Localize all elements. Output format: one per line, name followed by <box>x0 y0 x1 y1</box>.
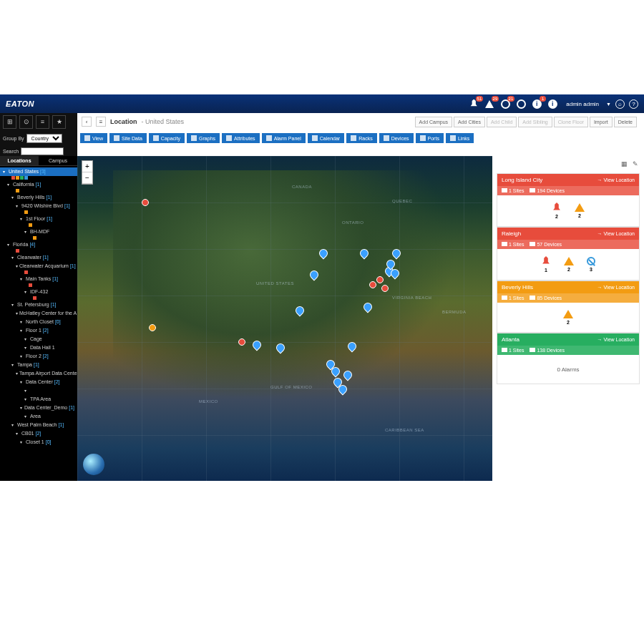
tab-locations[interactable]: Locations <box>0 156 39 165</box>
zoom-out-button[interactable]: − <box>82 172 92 184</box>
tree-item[interactable]: ▾Tampa Airport Data Cente <box>0 369 77 378</box>
tree-item[interactable]: ▾North Closet [0] <box>0 318 77 326</box>
toolbar-capacity[interactable]: Capacity <box>149 133 185 143</box>
toolbar-ports[interactable]: Ports <box>416 133 444 143</box>
list-icon[interactable]: ≡ <box>36 115 49 129</box>
notification-info[interactable]: i1 <box>530 97 543 110</box>
star-icon[interactable]: ★ <box>52 115 66 129</box>
tree-item[interactable]: ▾BH-MDF <box>0 228 77 236</box>
map-pin[interactable] <box>142 199 149 206</box>
grid-icon[interactable]: ⊞ <box>3 115 16 129</box>
tree-item[interactable]: ▾Data Hall 1 <box>0 343 77 352</box>
toolbar-devices[interactable]: Devices <box>379 133 414 143</box>
tree-item[interactable]: ▾Closet 1 [0] <box>0 438 77 447</box>
map-pin[interactable] <box>386 260 394 270</box>
tree-item[interactable]: ▾United States [3] <box>0 167 77 176</box>
map-pin[interactable] <box>310 270 317 280</box>
tree-item[interactable]: ▾CB01 [2] <box>0 429 77 438</box>
help-icon[interactable]: ? <box>629 99 638 109</box>
tree-item[interactable]: ▾Clearwater [1] <box>0 253 77 262</box>
tree-item[interactable]: ▾TPA Area <box>0 395 77 404</box>
tree-item[interactable]: ▾McHatley Center for the A <box>0 309 77 318</box>
action-clone-floor: Clone Floor <box>554 117 588 127</box>
notification-circ[interactable] <box>514 97 527 110</box>
view-location-link[interactable]: → View Location <box>597 285 635 290</box>
tree-item[interactable]: ▾9420 Wilshire Blvd [1] <box>0 202 77 210</box>
groupby-select[interactable]: Country <box>26 134 62 143</box>
globe-icon[interactable] <box>83 454 104 475</box>
tree-item[interactable]: ▾Data Center_Demo [1] <box>0 404 77 412</box>
map-pin[interactable] <box>149 324 156 331</box>
search-icon[interactable]: ⌕ <box>615 99 625 109</box>
tree-item[interactable]: ▾West Palm Beach [1] <box>0 421 77 429</box>
notification-bell[interactable]: 51 <box>467 97 480 110</box>
tree-item[interactable]: ▾Floor 2 [2] <box>0 352 77 361</box>
nav-menu-button[interactable]: ≡ <box>96 117 106 127</box>
toolbar-links[interactable]: Links <box>446 133 474 143</box>
devices-count: 85 Devices <box>530 296 562 301</box>
map-pin[interactable] <box>360 249 367 259</box>
map-pin[interactable] <box>296 306 303 316</box>
devices-count: 57 Devices <box>530 242 562 247</box>
tree-item[interactable]: ▾Tampa [1] <box>0 361 77 369</box>
zoom-in-button[interactable]: + <box>82 161 92 172</box>
tree-item[interactable]: ▾Beverly Hills [1] <box>0 193 77 202</box>
toolbar-racks[interactable]: Racks <box>346 133 376 143</box>
map-pin[interactable] <box>381 285 389 292</box>
sites-count: 1 Sites <box>502 296 524 301</box>
map-view[interactable]: + − CANADAONTARIOQUEBECUnited StatesGulf… <box>77 156 492 481</box>
tree-item[interactable]: ▾Florida [4] <box>0 240 77 249</box>
tree-item[interactable]: ▾1st Floor [1] <box>0 215 77 223</box>
tree-item[interactable]: ▾California [1] <box>0 180 77 189</box>
tree-item[interactable]: ▾Main Tanks [1] <box>0 275 77 283</box>
edit-icon[interactable]: ✎ <box>633 160 640 167</box>
action-delete[interactable]: Delete <box>614 117 637 127</box>
map-pin[interactable] <box>343 371 351 381</box>
map-label: United States <box>256 281 294 286</box>
tree-item[interactable]: ▾Cage <box>0 335 77 343</box>
notification-tri[interactable]: 29 <box>483 97 496 110</box>
map-pin[interactable] <box>391 269 398 279</box>
tree-item[interactable]: ▾St. Petersburg [1] <box>0 301 77 309</box>
globe-icon[interactable]: ⊙ <box>19 115 33 129</box>
alarm-indicator: 2 <box>564 257 574 272</box>
map-pin[interactable] <box>369 281 376 288</box>
tree-item[interactable]: ▾ <box>0 386 77 395</box>
map-pin[interactable] <box>276 343 283 353</box>
notification-info[interactable]: i <box>546 97 559 110</box>
tree-item[interactable]: ▾Clearwater Acquarium [1] <box>0 262 77 270</box>
toolbar-alarm-panel[interactable]: Alarm Panel <box>262 133 306 143</box>
tree-item[interactable]: ▾IDF-432 <box>0 288 77 296</box>
map-pin[interactable] <box>331 367 338 377</box>
action-add-cities[interactable]: Add Cities <box>454 117 485 127</box>
toolbar-site-data[interactable]: Site Data <box>109 133 147 143</box>
alarm-indicator: 3 <box>587 257 595 272</box>
map-pin[interactable] <box>253 341 260 351</box>
map-pin[interactable] <box>392 249 399 259</box>
view-location-link[interactable]: → View Location <box>597 231 635 236</box>
search-input[interactable] <box>21 147 64 155</box>
map-pin[interactable] <box>348 342 355 352</box>
user-menu[interactable]: admin admin <box>566 101 599 107</box>
action-import[interactable]: Import <box>590 117 613 127</box>
map-pin[interactable] <box>319 249 326 259</box>
map-pin[interactable] <box>338 385 346 395</box>
tree-item[interactable]: ▾Data Center [2] <box>0 378 77 386</box>
map-pin[interactable] <box>376 276 384 283</box>
map-pin[interactable] <box>238 338 245 346</box>
view-location-link[interactable]: → View Location <box>597 177 635 182</box>
tab-campus[interactable]: Campus <box>39 156 77 165</box>
nav-back-button[interactable]: ‹ <box>82 117 92 127</box>
toolbar-attributes[interactable]: Attributes <box>222 133 260 143</box>
grid-view-icon[interactable]: ▦ <box>621 160 628 167</box>
toolbar-view[interactable]: View <box>80 133 107 143</box>
toolbar-graphs[interactable]: Graphs <box>187 133 220 143</box>
map-pin[interactable] <box>364 303 371 313</box>
tree-item[interactable]: ▾Floor 1 [2] <box>0 326 77 335</box>
map-label: Virginia Beach <box>392 296 431 300</box>
tree-item[interactable]: ▾Area <box>0 412 77 421</box>
notification-circ[interactable]: 21 <box>499 97 512 110</box>
toolbar-calendar[interactable]: Calendar <box>308 133 344 143</box>
action-add-campus[interactable]: Add Campus <box>415 117 452 127</box>
view-location-link[interactable]: → View Location <box>597 337 635 342</box>
